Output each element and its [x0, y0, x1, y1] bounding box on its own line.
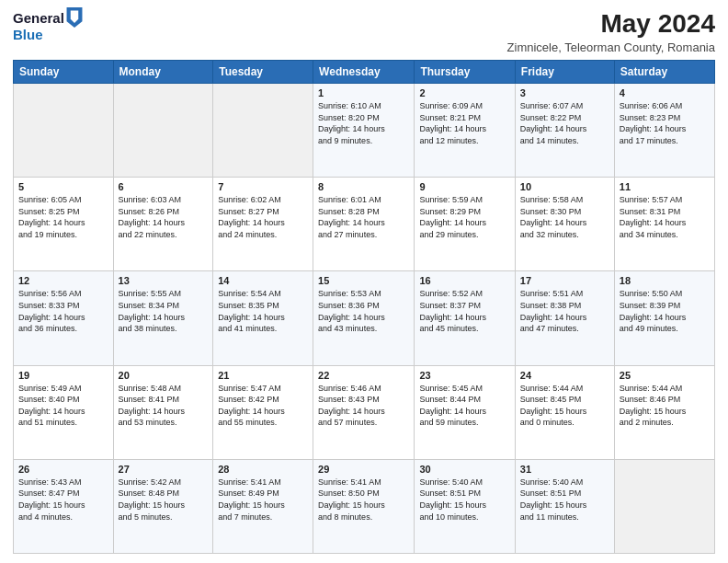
table-cell: 2Sunrise: 6:09 AM Sunset: 8:21 PM Daylig…: [415, 84, 515, 178]
day-info: Sunrise: 5:56 AM Sunset: 8:33 PM Dayligh…: [18, 288, 108, 334]
day-number: 17: [520, 275, 609, 286]
day-number: 25: [620, 370, 710, 381]
day-info: Sunrise: 5:41 AM Sunset: 8:49 PM Dayligh…: [218, 477, 308, 523]
day-info: Sunrise: 5:49 AM Sunset: 8:40 PM Dayligh…: [18, 383, 108, 429]
table-cell: 13Sunrise: 5:55 AM Sunset: 8:34 PM Dayli…: [113, 271, 213, 365]
table-cell: [14, 84, 114, 178]
day-info: Sunrise: 5:44 AM Sunset: 8:45 PM Dayligh…: [520, 383, 609, 429]
table-cell: 5Sunrise: 6:05 AM Sunset: 8:25 PM Daylig…: [14, 178, 114, 271]
calendar-week-row: 19Sunrise: 5:49 AM Sunset: 8:40 PM Dayli…: [14, 365, 715, 459]
table-cell: 23Sunrise: 5:45 AM Sunset: 8:44 PM Dayli…: [415, 365, 515, 459]
calendar-week-row: 5Sunrise: 6:05 AM Sunset: 8:25 PM Daylig…: [14, 178, 715, 271]
day-info: Sunrise: 5:51 AM Sunset: 8:38 PM Dayligh…: [520, 288, 609, 334]
table-cell: 28Sunrise: 5:41 AM Sunset: 8:49 PM Dayli…: [213, 459, 313, 553]
day-number: 18: [620, 275, 710, 286]
day-info: Sunrise: 5:46 AM Sunset: 8:43 PM Dayligh…: [318, 383, 409, 429]
table-cell: 27Sunrise: 5:42 AM Sunset: 8:48 PM Dayli…: [113, 459, 213, 553]
logo-general: General: [13, 11, 64, 27]
day-info: Sunrise: 5:40 AM Sunset: 8:51 PM Dayligh…: [419, 477, 509, 523]
day-info: Sunrise: 6:09 AM Sunset: 8:21 PM Dayligh…: [419, 100, 509, 146]
day-number: 6: [119, 181, 209, 192]
day-info: Sunrise: 5:55 AM Sunset: 8:34 PM Dayligh…: [119, 288, 209, 334]
calendar-week-row: 1Sunrise: 6:10 AM Sunset: 8:20 PM Daylig…: [14, 84, 715, 178]
table-cell: 20Sunrise: 5:48 AM Sunset: 8:41 PM Dayli…: [113, 365, 213, 459]
header-wednesday: Wednesday: [313, 61, 415, 84]
table-cell: 1Sunrise: 6:10 AM Sunset: 8:20 PM Daylig…: [313, 84, 415, 178]
table-cell: 26Sunrise: 5:43 AM Sunset: 8:47 PM Dayli…: [14, 459, 114, 553]
table-cell: 29Sunrise: 5:41 AM Sunset: 8:50 PM Dayli…: [313, 459, 415, 553]
day-number: 20: [119, 370, 209, 381]
day-info: Sunrise: 5:54 AM Sunset: 8:35 PM Dayligh…: [218, 288, 308, 334]
day-info: Sunrise: 5:40 AM Sunset: 8:51 PM Dayligh…: [520, 477, 609, 523]
title-block: May 2024 Zimnicele, Teleorman County, Ro…: [507, 9, 715, 54]
day-info: Sunrise: 6:02 AM Sunset: 8:27 PM Dayligh…: [218, 194, 308, 240]
logo-icon: [66, 7, 83, 28]
table-cell: 31Sunrise: 5:40 AM Sunset: 8:51 PM Dayli…: [515, 459, 614, 553]
day-info: Sunrise: 6:06 AM Sunset: 8:23 PM Dayligh…: [620, 100, 710, 146]
calendar-week-row: 12Sunrise: 5:56 AM Sunset: 8:33 PM Dayli…: [14, 271, 715, 365]
header-thursday: Thursday: [415, 61, 515, 84]
day-number: 23: [419, 370, 509, 381]
day-number: 3: [520, 87, 609, 98]
table-cell: 19Sunrise: 5:49 AM Sunset: 8:40 PM Dayli…: [14, 365, 114, 459]
day-number: 21: [218, 370, 308, 381]
table-cell: 24Sunrise: 5:44 AM Sunset: 8:45 PM Dayli…: [515, 365, 614, 459]
day-number: 1: [318, 87, 409, 98]
day-number: 15: [318, 275, 409, 286]
table-cell: [614, 459, 714, 553]
day-number: 30: [419, 464, 509, 475]
day-info: Sunrise: 5:48 AM Sunset: 8:41 PM Dayligh…: [119, 383, 209, 429]
day-number: 14: [218, 275, 308, 286]
table-cell: 4Sunrise: 6:06 AM Sunset: 8:23 PM Daylig…: [614, 84, 714, 178]
table-cell: 8Sunrise: 6:01 AM Sunset: 8:28 PM Daylig…: [313, 178, 415, 271]
page: General Blue May 2024 Zimnicele, Teleorm…: [0, 0, 728, 563]
day-info: Sunrise: 6:01 AM Sunset: 8:28 PM Dayligh…: [318, 194, 409, 240]
day-number: 29: [318, 464, 409, 475]
logo-text: General Blue: [13, 9, 83, 43]
day-number: 31: [520, 464, 609, 475]
day-info: Sunrise: 5:41 AM Sunset: 8:50 PM Dayligh…: [318, 477, 409, 523]
header: General Blue May 2024 Zimnicele, Teleorm…: [13, 9, 715, 54]
day-number: 28: [218, 464, 308, 475]
table-cell: 6Sunrise: 6:03 AM Sunset: 8:26 PM Daylig…: [113, 178, 213, 271]
day-number: 12: [18, 275, 108, 286]
day-number: 16: [419, 275, 509, 286]
table-cell: 14Sunrise: 5:54 AM Sunset: 8:35 PM Dayli…: [213, 271, 313, 365]
calendar-header-row: Sunday Monday Tuesday Wednesday Thursday…: [14, 61, 715, 84]
day-number: 19: [18, 370, 108, 381]
table-cell: 25Sunrise: 5:44 AM Sunset: 8:46 PM Dayli…: [614, 365, 714, 459]
logo-blue: Blue: [13, 28, 83, 43]
day-number: 8: [318, 181, 409, 192]
day-info: Sunrise: 5:57 AM Sunset: 8:31 PM Dayligh…: [620, 194, 710, 240]
header-tuesday: Tuesday: [213, 61, 313, 84]
logo: General Blue: [13, 9, 83, 43]
table-cell: 10Sunrise: 5:58 AM Sunset: 8:30 PM Dayli…: [515, 178, 614, 271]
table-cell: 22Sunrise: 5:46 AM Sunset: 8:43 PM Dayli…: [313, 365, 415, 459]
day-number: 7: [218, 181, 308, 192]
table-cell: 3Sunrise: 6:07 AM Sunset: 8:22 PM Daylig…: [515, 84, 614, 178]
day-info: Sunrise: 5:59 AM Sunset: 8:29 PM Dayligh…: [419, 194, 509, 240]
day-info: Sunrise: 5:43 AM Sunset: 8:47 PM Dayligh…: [18, 477, 108, 523]
day-number: 26: [18, 464, 108, 475]
calendar-table: Sunday Monday Tuesday Wednesday Thursday…: [13, 60, 715, 554]
table-cell: 16Sunrise: 5:52 AM Sunset: 8:37 PM Dayli…: [415, 271, 515, 365]
day-number: 9: [419, 181, 509, 192]
calendar-week-row: 26Sunrise: 5:43 AM Sunset: 8:47 PM Dayli…: [14, 459, 715, 553]
day-info: Sunrise: 5:42 AM Sunset: 8:48 PM Dayligh…: [119, 477, 209, 523]
table-cell: 17Sunrise: 5:51 AM Sunset: 8:38 PM Dayli…: [515, 271, 614, 365]
day-info: Sunrise: 5:58 AM Sunset: 8:30 PM Dayligh…: [520, 194, 609, 240]
header-sunday: Sunday: [14, 61, 114, 84]
table-cell: 9Sunrise: 5:59 AM Sunset: 8:29 PM Daylig…: [415, 178, 515, 271]
day-number: 11: [620, 181, 710, 192]
header-monday: Monday: [113, 61, 213, 84]
table-cell: 30Sunrise: 5:40 AM Sunset: 8:51 PM Dayli…: [415, 459, 515, 553]
day-number: 24: [520, 370, 609, 381]
table-cell: 11Sunrise: 5:57 AM Sunset: 8:31 PM Dayli…: [614, 178, 714, 271]
day-info: Sunrise: 5:52 AM Sunset: 8:37 PM Dayligh…: [419, 288, 509, 334]
day-number: 2: [419, 87, 509, 98]
day-info: Sunrise: 5:53 AM Sunset: 8:36 PM Dayligh…: [318, 288, 409, 334]
table-cell: 18Sunrise: 5:50 AM Sunset: 8:39 PM Dayli…: [614, 271, 714, 365]
day-number: 4: [620, 87, 710, 98]
day-info: Sunrise: 5:45 AM Sunset: 8:44 PM Dayligh…: [419, 383, 509, 429]
header-saturday: Saturday: [614, 61, 714, 84]
